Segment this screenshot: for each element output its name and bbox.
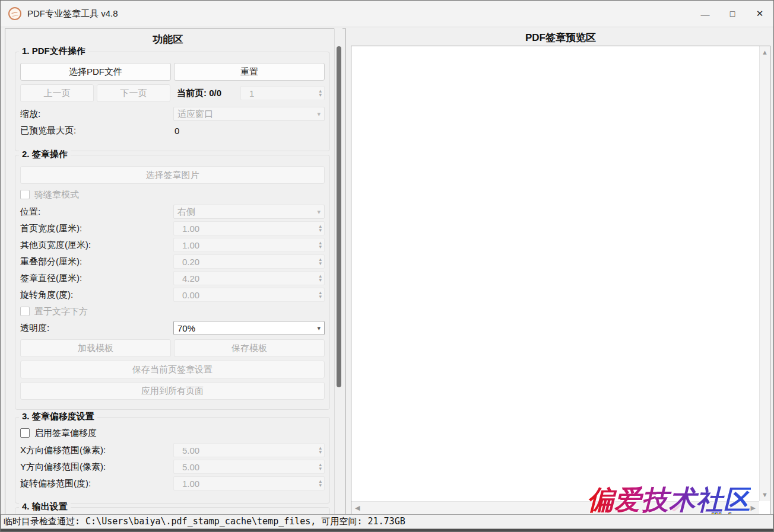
position-dropdown[interactable]: 右侧 ▾ (173, 205, 325, 219)
rotation-offset-range-spinner[interactable]: 1.00 ▴ ▾ (173, 476, 325, 490)
spin-down-icon[interactable]: ▾ (319, 467, 322, 471)
rotation-offset-range-label: 旋转偏移范围(度): (20, 478, 170, 489)
straddle-stamp-mode-label: 骑缝章模式 (34, 189, 79, 200)
current-page-label: 当前页: 0/0 (173, 88, 237, 99)
overlap-label: 重叠部分(厘米): (20, 256, 170, 267)
position-selected-value: 右侧 (177, 206, 317, 218)
zoom-label: 缩放: (20, 109, 170, 120)
enable-offset-checkbox[interactable]: 启用签章偏移度 (20, 426, 325, 439)
stamp-diameter-label: 签章直径(厘米): (20, 273, 170, 284)
scrollbar-thumb[interactable] (337, 46, 341, 387)
position-label: 位置: (20, 206, 170, 218)
reset-button[interactable]: 重置 (174, 63, 325, 81)
function-panel-title: 功能区 (5, 33, 331, 46)
select-stamp-image-button[interactable]: 选择签章图片 (20, 166, 325, 184)
scroll-left-icon[interactable]: ◀ (355, 505, 360, 511)
spin-down-icon[interactable]: ▾ (319, 295, 322, 299)
preview-max-value: 0 (173, 126, 325, 136)
under-text-label: 置于文字下方 (34, 306, 88, 317)
status-message: 临时目录检查通过: C:\Users\baiya\.pdf_stamp_cach… (1, 516, 405, 527)
chevron-down-icon: ▾ (317, 111, 321, 117)
spin-down-icon[interactable]: ▾ (319, 450, 322, 454)
group2-title: 2. 签章操作 (19, 149, 71, 160)
opacity-selected-value: 70% (177, 323, 317, 333)
spin-down-icon[interactable]: ▾ (319, 228, 322, 232)
group-stamp-operations: 2. 签章操作 选择签章图片 骑缝章模式 位置: 右侧 ▾ 首页宽度(厘米): … (15, 155, 330, 410)
chevron-down-icon: ▾ (317, 209, 321, 215)
title-bar: PDF专业签章工具 v4.8 — □ ✕ (1, 1, 773, 27)
spin-down-icon[interactable]: ▾ (319, 262, 322, 266)
prev-page-button[interactable]: 上一页 (20, 84, 94, 102)
function-panel-scrollbar[interactable] (334, 28, 342, 515)
apply-to-all-pages-button[interactable]: 应用到所有页面 (20, 382, 325, 400)
y-offset-range-label: Y方向偏移范围(像素): (20, 461, 170, 473)
overlap-spinner[interactable]: 0.20 ▴ ▾ (173, 254, 325, 269)
page-number-spinner[interactable]: 1 ▴ ▾ (240, 86, 325, 100)
spin-down-icon[interactable]: ▾ (319, 93, 322, 97)
group-pdf-file-operations: 1. PDF文件操作 选择PDF文件 重置 上一页 下一页 当前页: 0/0 1… (15, 52, 330, 151)
preview-vertical-scrollbar[interactable]: ▲ ▼ (759, 46, 770, 501)
spin-down-icon[interactable]: ▾ (319, 245, 322, 249)
rotation-angle-spinner[interactable]: 0.00 ▴ ▾ (173, 288, 325, 302)
zoom-dropdown[interactable]: 适应窗口 ▾ (173, 107, 325, 121)
checkbox-icon (20, 307, 30, 316)
page-number-value: 1 (249, 88, 319, 98)
opacity-label: 透明度: (20, 323, 170, 334)
checkbox-icon (20, 190, 30, 199)
y-offset-range-spinner[interactable]: 5.00 ▴ ▾ (173, 460, 325, 474)
group-stamp-offset-settings: 3. 签章偏移度设置 启用签章偏移度 X方向偏移范围(像素): 5.00 ▴ ▾… (15, 417, 330, 504)
window-controls: — □ ✕ (691, 1, 773, 27)
function-panel: 功能区 1. PDF文件操作 选择PDF文件 重置 上一页 下一页 当前页: 0… (5, 28, 346, 515)
group1-title: 1. PDF文件操作 (19, 46, 88, 57)
close-button[interactable]: ✕ (746, 1, 773, 27)
other-page-width-spinner[interactable]: 1.00 ▴ ▾ (173, 238, 325, 252)
x-offset-range-label: X方向偏移范围(像素): (20, 445, 170, 456)
spin-down-icon[interactable]: ▾ (319, 278, 322, 282)
maximize-button[interactable]: □ (719, 1, 746, 27)
window-bottom-edge (1, 529, 773, 531)
first-page-width-label: 首页宽度(厘米): (20, 223, 170, 234)
minimize-button[interactable]: — (691, 1, 719, 27)
spin-down-icon[interactable]: ▾ (319, 483, 322, 488)
group3-title: 3. 签章偏移度设置 (19, 411, 97, 422)
pdf-preview-canvas[interactable]: ▲ ▼ ◀ ▶ (351, 46, 770, 515)
enable-offset-label: 启用签章偏移度 (34, 428, 97, 439)
x-offset-range-spinner[interactable]: 5.00 ▴ ▾ (173, 443, 325, 457)
scroll-up-icon[interactable]: ▲ (762, 49, 768, 56)
other-page-width-label: 其他页宽度(厘米): (20, 240, 170, 251)
scroll-down-icon[interactable]: ▼ (762, 492, 768, 498)
opacity-dropdown[interactable]: 70% ▾ (173, 321, 325, 335)
save-template-button[interactable]: 保存模板 (174, 339, 325, 357)
first-page-width-spinner[interactable]: 1.00 ▴ ▾ (173, 221, 325, 235)
preview-max-label: 已预览最大页: (20, 125, 170, 136)
status-bar: 临时目录检查通过: C:\Users\baiya\.pdf_stamp_cach… (1, 514, 773, 529)
rotation-angle-label: 旋转角度(度): (20, 289, 170, 301)
group4-title: 4. 输出设置 (19, 501, 71, 512)
next-page-button[interactable]: 下一页 (97, 84, 170, 102)
load-template-button[interactable]: 加载模板 (20, 339, 171, 357)
straddle-stamp-mode-checkbox[interactable]: 骑缝章模式 (20, 188, 325, 201)
under-text-checkbox[interactable]: 置于文字下方 (20, 305, 325, 318)
checkbox-icon (20, 428, 30, 438)
select-pdf-button[interactable]: 选择PDF文件 (20, 63, 171, 81)
stamp-diameter-spinner[interactable]: 4.20 ▴ ▾ (173, 271, 325, 285)
preview-panel-title: PDF签章预览区 (351, 31, 770, 44)
chevron-down-icon: ▾ (317, 325, 321, 332)
window-title: PDF专业签章工具 v4.8 (27, 8, 118, 20)
app-stamp-icon (8, 7, 21, 20)
zoom-selected-value: 适应窗口 (177, 109, 317, 120)
save-current-page-settings-button[interactable]: 保存当前页签章设置 (20, 361, 325, 378)
